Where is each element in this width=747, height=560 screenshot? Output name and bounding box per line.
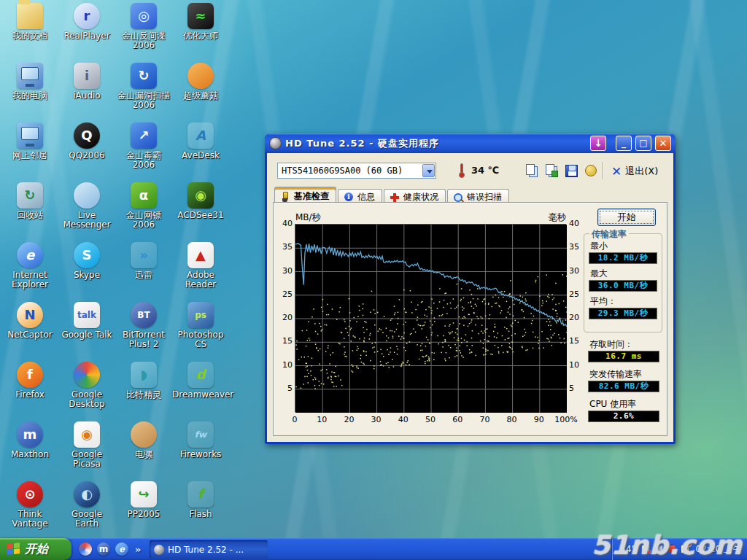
photoshop-cs-icon: ps xyxy=(187,302,214,328)
desktop-icon-maxthon[interactable]: mMaxthon xyxy=(1,421,58,459)
save-screenshot-button[interactable] xyxy=(563,163,581,180)
exit-button[interactable]: ✕ 退出(X) xyxy=(611,163,658,179)
pp2005-label: PP2005 xyxy=(115,510,172,519)
fireworks-icon: fw xyxy=(187,421,214,448)
emule-icon xyxy=(131,421,157,448)
desktop-icon-bittorrent-plus2[interactable]: BTBitTorrent Plus! 2 xyxy=(115,302,172,349)
start-benchmark-button[interactable]: 开始 xyxy=(597,209,656,226)
recycle-bin-icon: ↻ xyxy=(17,182,43,209)
x-tick: 30 xyxy=(363,415,390,424)
desktop-icon-kingsoft-vulnscan-2006[interactable]: ↻金山漏洞扫描 2006 xyxy=(115,63,172,110)
my-documents-label: 我的文档 xyxy=(1,31,58,41)
kingsoft-duba-2006-label: 金山毒霸 2006 xyxy=(115,151,172,170)
x-tick: 80 xyxy=(499,415,525,424)
desktop-icon-acdsee31[interactable]: ◉ACDSee31 xyxy=(172,182,229,220)
desktop-icon-pp2005[interactable]: ↪PP2005 xyxy=(115,481,172,519)
hdtune-task-button[interactable]: HD Tune 2.52 - ... xyxy=(150,540,268,559)
browser-sphere-icon[interactable] xyxy=(79,542,92,556)
desktop-icon-xunlei[interactable]: »迅雷 xyxy=(115,242,172,280)
kingsoft-duba-2006-icon: ↗ xyxy=(131,122,157,149)
desktop-icon-google-earth[interactable]: ◐Google Earth xyxy=(58,481,115,529)
desktop-icon-iaudio[interactable]: iiAudio xyxy=(58,63,115,101)
google-talk-icon: talk xyxy=(74,302,100,328)
desktop-icon-my-computer[interactable]: 我的电脑 xyxy=(1,63,58,101)
desktop-icon-internet-explorer[interactable]: eInternet Explorer xyxy=(1,242,58,289)
desktop-icon-realplayer[interactable]: rRealPlayer xyxy=(58,3,115,41)
exit-label: 退出(X) xyxy=(625,165,658,178)
options-button[interactable] xyxy=(583,163,600,180)
acdsee31-icon: ◉ xyxy=(187,182,214,209)
internet-explorer-icon: e xyxy=(17,242,43,268)
dreamweaver-icon: d xyxy=(187,362,214,388)
thinkvantage-label: Think Vantage xyxy=(1,510,58,529)
start-menu-button[interactable]: 开始 xyxy=(0,538,71,560)
desktop-icon-youhua-dashi[interactable]: ≈优化大师 xyxy=(172,3,229,41)
chevron-down-icon[interactable] xyxy=(422,164,435,177)
x-tick: 40 xyxy=(390,415,417,424)
tab-benchmark[interactable]: 基准检查 xyxy=(274,187,336,203)
tab-error-scan[interactable]: 错误扫描 xyxy=(447,189,509,203)
monitor-meter-tray-icon[interactable] xyxy=(680,544,690,554)
desktop-icon-adobe-reader[interactable]: ▲Adobe Reader xyxy=(172,242,229,289)
desktop-icon-super-mushroom[interactable]: 超级蘑菇 xyxy=(172,63,229,101)
skype-label: Skype xyxy=(58,271,115,280)
desktop-icon-dreamweaver[interactable]: dDreamweaver xyxy=(172,362,229,400)
copy-text-button[interactable] xyxy=(524,163,541,180)
tab-health[interactable]: 健康状况 xyxy=(384,189,446,203)
desktop-icon-skype[interactable]: SSkype xyxy=(58,242,115,280)
display-muted-tray-icon[interactable]: ✕ xyxy=(640,544,651,554)
desktop-icon-google-picasa[interactable]: ◉Google Picasa xyxy=(58,421,115,469)
desktop-icon-bitspirit[interactable]: ◗比特精灵 xyxy=(115,362,172,400)
desktop-icon-avedesk[interactable]: AAveDesk xyxy=(172,122,229,160)
desktop-icon-kingsoft-netguard-2006[interactable]: α金山网镖 2006 xyxy=(115,182,172,230)
internet-explorer-label: Internet Explorer xyxy=(1,271,58,289)
copy-image-button[interactable] xyxy=(543,163,561,180)
max-value: 36.0 MB/秒 xyxy=(589,280,657,292)
antivirus-shield-tray-icon[interactable] xyxy=(667,544,677,554)
desktop-icon-google-talk[interactable]: talkGoogle Talk xyxy=(58,302,115,340)
my-documents-icon xyxy=(17,3,43,29)
maximize-button[interactable]: □ xyxy=(635,136,651,151)
desktop-icon-flash[interactable]: fFlash xyxy=(172,481,229,519)
netcaptor-icon: N xyxy=(17,302,43,328)
speaker-muted-tray-icon[interactable]: ✕ xyxy=(654,544,664,554)
drive-selector[interactable]: HTS541060G9SA00 (60 GB) xyxy=(277,163,436,179)
desktop-icon-qq2006[interactable]: QQQ2006 xyxy=(58,122,115,160)
super-mushroom-label: 超级蘑菇 xyxy=(172,91,229,101)
maxthon-quicklaunch-icon[interactable]: m xyxy=(97,542,110,556)
bittorrent-plus2-label: BitTorrent Plus! 2 xyxy=(115,330,172,349)
avedesk-label: AveDesk xyxy=(172,151,229,160)
desktop-icon-live-messenger[interactable]: Live Messenger xyxy=(58,182,115,230)
iaudio-label: iAudio xyxy=(58,91,115,101)
desktop-icon-firefox[interactable]: fFirefox xyxy=(1,362,58,400)
toolbar-separator xyxy=(603,162,604,179)
update-arrow-button[interactable]: ↓ xyxy=(590,136,606,151)
desktop-icon-network-places[interactable]: 网上邻居 xyxy=(1,122,58,160)
close-button[interactable]: ✕ xyxy=(655,136,671,151)
desktop-icon-thinkvantage[interactable]: ⊙Think Vantage xyxy=(1,481,58,529)
desktop-icon-fireworks[interactable]: fwFireworks xyxy=(172,421,229,459)
desktop-icon-photoshop-cs[interactable]: psPhotoshop CS xyxy=(172,302,229,349)
desktop-icon-kingsoft-duba-2006[interactable]: ↗金山毒霸 2006 xyxy=(115,122,172,170)
internet-explorer-quicklaunch-icon[interactable]: e xyxy=(115,542,128,556)
quicklaunch-chevron[interactable]: » xyxy=(135,544,141,555)
tab-info[interactable]: 信息 xyxy=(338,189,382,203)
burst-rate-label: 突发传输速率 xyxy=(589,368,642,381)
titlebar[interactable]: HD Tune 2.52 - 硬盘实用程序 ↓ _ □ ✕ xyxy=(265,133,676,153)
my-computer-icon xyxy=(17,63,43,89)
google-desktop-label: Google Desktop xyxy=(58,390,115,409)
desktop-icon-recycle-bin[interactable]: ↻回收站 xyxy=(1,182,58,220)
desktop-icon-my-documents[interactable]: 我的文档 xyxy=(1,3,58,41)
adobe-reader-icon: ▲ xyxy=(187,242,214,268)
minimize-button[interactable]: _ xyxy=(616,136,632,151)
max-label: 最大 xyxy=(590,268,608,280)
google-talk-label: Google Talk xyxy=(58,330,115,340)
desktop-icon-emule[interactable]: 电骡 xyxy=(115,421,172,459)
tab-benchmark-label: 基准检查 xyxy=(294,191,329,201)
desktop-icon-netcaptor[interactable]: NNetCaptor xyxy=(1,302,58,340)
recycle-bin-label: 回收站 xyxy=(1,211,58,220)
desktop-icon-kingsoft-antispyware-2006[interactable]: ◎金山反间谍 2006 xyxy=(115,3,172,50)
desktop-icon-google-desktop[interactable]: Google Desktop xyxy=(58,362,115,409)
kingsoft-netguard-2006-icon: α xyxy=(131,182,157,209)
avg-label: 平均： xyxy=(590,295,616,308)
